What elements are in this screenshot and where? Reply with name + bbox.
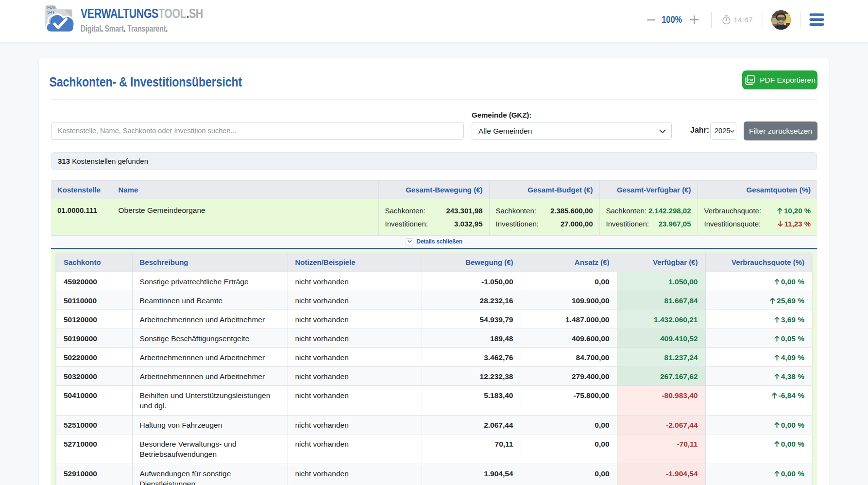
svg-text:S-H: S-H [47, 10, 54, 15]
svg-text:PDF: PDF [749, 78, 754, 81]
svg-text:FÜR: FÜR [47, 5, 56, 10]
